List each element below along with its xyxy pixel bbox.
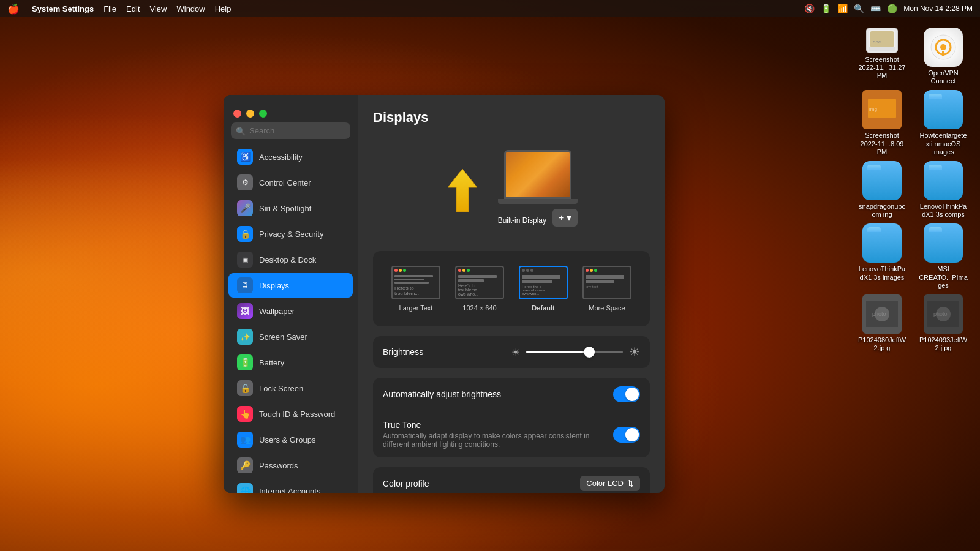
sidebar-item-screensaver[interactable]: ✨ Screen Saver <box>228 324 353 349</box>
add-display-button[interactable]: + ▾ <box>552 209 578 227</box>
svg-rect-2 <box>869 47 895 51</box>
true-tone-label: True Tone <box>383 420 613 430</box>
menu-file[interactable]: File <box>104 4 116 13</box>
wallpaper-icon: 🖼 <box>237 303 253 319</box>
resolution-option-default[interactable]: Here's the oones who see tews who... Def… <box>514 261 573 317</box>
minimize-button[interactable] <box>246 110 254 118</box>
desktop-row-0: doc Screenshot 2022-11...31.27 PM OpenVP… <box>858 28 968 85</box>
apple-logo-icon[interactable]: 🍎 <box>7 3 20 15</box>
sidebar-label-passwords: Passwords <box>259 461 298 470</box>
desktop-dock-icon: ▣ <box>237 252 253 268</box>
menubar-time: Mon Nov 14 2:28 PM <box>903 4 973 13</box>
traffic-yellow-2 <box>462 269 466 272</box>
menu-view[interactable]: View <box>150 4 167 13</box>
screenshot1-icon: doc <box>866 28 898 53</box>
search-spotlight-icon[interactable]: 🔍 <box>854 4 864 13</box>
search-input[interactable] <box>231 122 350 139</box>
msi-label: MSI CREATO...PImages <box>919 265 968 290</box>
resolution-option-more-space[interactable]: tiny text More Space <box>578 261 636 317</box>
brightness-thumb[interactable] <box>584 347 595 358</box>
desktop-icon-msi[interactable]: MSI CREATO...PImages <box>919 223 968 290</box>
menu-help[interactable]: Help <box>215 4 232 13</box>
1024-preview: Here's to ttroublemaows who... <box>455 266 504 299</box>
battery-icon: 🔋 <box>821 4 831 13</box>
desktop-icon-screenshot1[interactable]: doc Screenshot 2022-11...31.27 PM <box>858 28 907 85</box>
accessibility-icon: ♿ <box>237 149 253 165</box>
sidebar-item-lock-screen[interactable]: 🔒 Lock Screen <box>228 376 353 400</box>
traffic-yellow-3 <box>526 269 529 272</box>
desktop-icon-lenovo-images[interactable]: LenovoThinkPadX1 3s images <box>858 223 907 290</box>
auto-brightness-section: Automatically adjust brightness True Ton… <box>373 378 650 457</box>
built-in-display-label: Built-in Display <box>498 216 546 225</box>
search-container: 🔍 <box>224 122 358 139</box>
brightness-slider[interactable] <box>526 351 623 353</box>
traffic-red-3 <box>522 269 525 272</box>
true-tone-toggle[interactable] <box>613 427 640 443</box>
menubar: 🍎 System Settings File Edit View Window … <box>0 0 980 17</box>
vpn-status-icon[interactable]: 🟢 <box>887 4 897 13</box>
download-arrow-icon <box>445 169 480 214</box>
sidebar-item-privacy[interactable]: 🔒 Privacy & Security <box>228 222 353 246</box>
svg-text:doc: doc <box>873 39 881 45</box>
howtoenlargetext-folder-icon <box>924 90 963 129</box>
color-profile-select[interactable]: Color LCD ⇅ <box>580 476 640 491</box>
keyboard-icon[interactable]: ⌨️ <box>870 4 881 13</box>
touchid-icon: 👆 <box>237 406 253 422</box>
desktop-icon-photo1[interactable]: photo P1024080JeffW2.jp g <box>858 294 907 352</box>
desktop-icon-openvpn[interactable]: OpenVPN Connect <box>919 28 968 85</box>
sidebar-item-control-center[interactable]: ⚙ Control Center <box>228 170 353 195</box>
auto-brightness-toggle[interactable] <box>613 386 640 402</box>
sidebar-label-screensaver: Screen Saver <box>259 332 307 342</box>
close-button[interactable] <box>233 110 241 118</box>
sidebar-label-battery: Battery <box>259 358 284 367</box>
screensaver-icon: ✨ <box>237 329 253 345</box>
desktop-icons: doc Screenshot 2022-11...31.27 PM OpenVP… <box>858 28 968 352</box>
traffic-green-4 <box>594 269 597 272</box>
sidebar-label-desktop-dock: Desktop & Dock <box>259 255 316 264</box>
sidebar-item-desktop-dock[interactable]: ▣ Desktop & Dock <box>228 247 353 272</box>
mute-icon[interactable]: 🔇 <box>804 4 815 13</box>
traffic-yellow-4 <box>590 269 593 272</box>
menu-edit[interactable]: Edit <box>126 4 140 13</box>
sidebar-item-accessibility[interactable]: ♿ Accessibility <box>228 144 353 169</box>
openvpn-icon <box>924 28 963 67</box>
traffic-green <box>403 269 406 272</box>
sidebar-item-users[interactable]: 👥 Users & Groups <box>228 427 353 452</box>
sidebar-item-wallpaper[interactable]: 🖼 Wallpaper <box>228 299 353 323</box>
sidebar-item-touchid[interactable]: 👆 Touch ID & Password <box>228 402 353 426</box>
sidebar-label-control-center: Control Center <box>259 178 311 187</box>
menu-window[interactable]: Window <box>176 4 205 13</box>
screenshot1-label: Screenshot 2022-11...31.27 PM <box>858 56 907 80</box>
desktop-icon-snapdragon[interactable]: snapdragonupcom ing <box>858 161 907 219</box>
resolution-option-larger-text[interactable]: Here's totrou blem... Larger Text <box>386 261 445 317</box>
sidebar-label-users: Users & Groups <box>259 435 315 444</box>
default-label: Default <box>532 304 554 312</box>
desktop-icon-lenovo-comps[interactable]: LenovoThinkPadX1 3s comps <box>919 161 968 219</box>
sidebar-item-displays[interactable]: 🖥 Displays <box>228 273 353 298</box>
desktop-row-2: snapdragonupcom ing LenovoThinkPadX1 3s … <box>858 161 968 219</box>
sidebar-label-lock-screen: Lock Screen <box>259 384 303 393</box>
sidebar-item-passwords[interactable]: 🔑 Passwords <box>228 453 353 478</box>
page-title: Displays <box>373 110 650 126</box>
openvpn-label: OpenVPN Connect <box>919 69 968 85</box>
desktop-icon-photo2[interactable]: photo P1024093JeffW2.j pg <box>919 294 968 352</box>
auto-brightness-label: Automatically adjust brightness <box>383 389 613 399</box>
photo1-icon: photo <box>862 294 902 334</box>
resolution-section: Here's totrou blem... Larger Text <box>373 251 650 326</box>
menu-app-name[interactable]: System Settings <box>32 4 94 13</box>
msi-folder-icon <box>924 223 963 263</box>
internet-accounts-icon: 🌐 <box>237 483 253 493</box>
system-settings-window: 🔍 ♿ Accessibility ⚙ Control Center 🎤 Sir… <box>224 95 665 493</box>
sidebar-item-internet-accounts[interactable]: 🌐 Internet Accounts <box>228 479 353 493</box>
resolution-option-1024[interactable]: Here's to ttroublemaows who... 1024 × 64… <box>450 261 509 317</box>
lock-screen-icon: 🔒 <box>237 380 253 396</box>
sidebar-item-siri[interactable]: 🎤 Siri & Spotlight <box>228 196 353 220</box>
wifi-icon[interactable]: 📶 <box>837 4 848 13</box>
control-center-icon: ⚙ <box>237 174 253 190</box>
desktop-row-3: LenovoThinkPadX1 3s images MSI CREATO...… <box>858 223 968 290</box>
desktop-icon-screenshot2[interactable]: img Screenshot 2022-11...8.09 PM <box>858 90 907 156</box>
maximize-button[interactable] <box>259 110 267 118</box>
users-icon: 👥 <box>237 432 253 448</box>
sidebar-item-battery[interactable]: 🔋 Battery <box>228 350 353 375</box>
desktop-icon-howtoenlargetext[interactable]: Howtoenlargetexti nmacOS images <box>919 90 968 156</box>
